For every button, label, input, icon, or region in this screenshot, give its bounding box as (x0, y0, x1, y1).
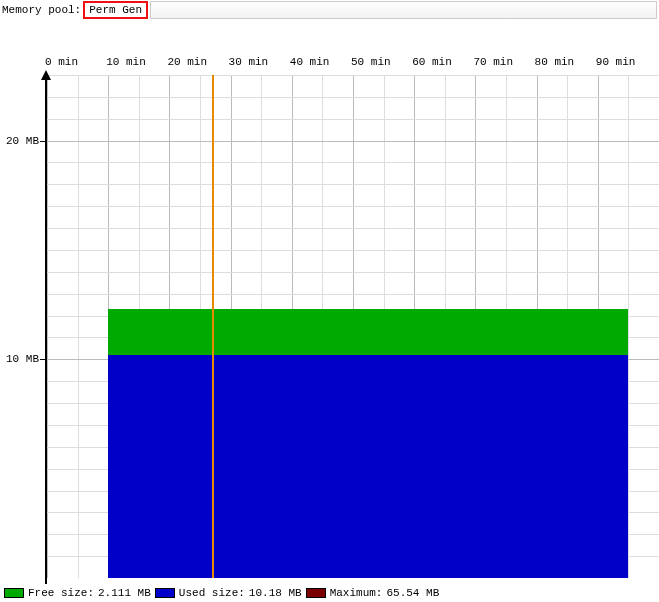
y-tick-label: 10 MB (6, 353, 39, 365)
gridline-h (47, 75, 659, 76)
gridline-h (47, 119, 659, 120)
x-tick-label: 30 min (229, 56, 269, 68)
x-axis-ticks: 0 min10 min20 min30 min40 min50 min60 mi… (47, 56, 659, 70)
legend-used-value: 10.18 MB (249, 587, 302, 599)
gridline-h (47, 228, 659, 229)
gridline-h (47, 272, 659, 273)
gridline-h (47, 294, 659, 295)
gridline-h (47, 141, 659, 142)
memory-pool-dropdown[interactable] (150, 1, 657, 19)
x-tick-label: 20 min (167, 56, 207, 68)
gridline-v (47, 75, 48, 578)
legend-used-label: Used size: (179, 587, 245, 599)
x-tick-label: 70 min (473, 56, 513, 68)
memory-chart: 0 min10 min20 min30 min40 min50 min60 mi… (0, 20, 659, 578)
y-axis-ticks: 10 MB20 MB (0, 20, 45, 578)
y-tick-label: 20 MB (6, 135, 39, 147)
y-axis-arrow-icon (41, 70, 51, 80)
x-tick-label: 90 min (596, 56, 636, 68)
x-tick-label: 40 min (290, 56, 330, 68)
legend-free-label: Free size: (28, 587, 94, 599)
x-tick-label: 60 min (412, 56, 452, 68)
gridline-h (47, 162, 659, 163)
legend-max-value: 65.54 MB (386, 587, 439, 599)
x-tick-label: 0 min (45, 56, 78, 68)
chart-legend: Free size: 2.111 MB Used size: 10.18 MB … (4, 584, 659, 602)
chart-area-free (108, 309, 628, 355)
gridline-h (47, 206, 659, 207)
x-tick-label: 80 min (535, 56, 575, 68)
chart-cursor-line (212, 75, 214, 578)
legend-swatch-free (4, 588, 24, 598)
legend-max-label: Maximum: (330, 587, 383, 599)
chart-plot-area (47, 75, 659, 578)
memory-pool-selected: Perm Gen (89, 4, 142, 16)
gridline-v (78, 75, 79, 578)
x-tick-label: 10 min (106, 56, 146, 68)
gridline-h (47, 97, 659, 98)
legend-free-value: 2.111 MB (98, 587, 151, 599)
header-bar: Memory pool: Perm Gen (0, 0, 659, 20)
chart-area-used (108, 355, 628, 578)
y-axis-line (45, 75, 47, 595)
legend-swatch-used (155, 588, 175, 598)
legend-swatch-max (306, 588, 326, 598)
memory-pool-label: Memory pool: (2, 4, 81, 16)
memory-pool-selector[interactable]: Perm Gen (83, 1, 148, 19)
gridline-h (47, 250, 659, 251)
x-tick-label: 50 min (351, 56, 391, 68)
gridline-h (47, 184, 659, 185)
gridline-v (628, 75, 629, 578)
